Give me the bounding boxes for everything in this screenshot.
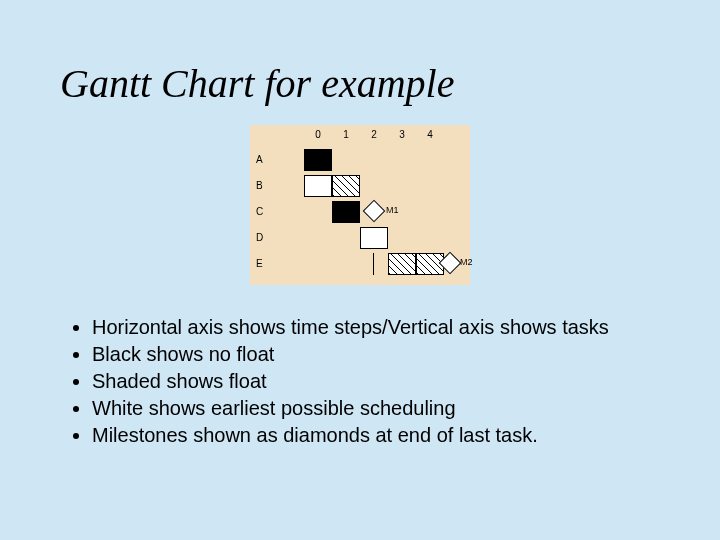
milestone-label: M1 — [386, 205, 399, 215]
bullet-item: Shaded shows float — [92, 369, 660, 394]
bullet-item: Black shows no float — [92, 342, 660, 367]
time-tick: 3 — [388, 129, 416, 140]
task-label: C — [256, 201, 263, 227]
bullet-item: Milestones shown as diamonds at end of l… — [92, 423, 660, 448]
cell-empty — [304, 201, 332, 223]
task-label: E — [256, 253, 263, 279]
time-tick: 4 — [416, 129, 444, 140]
time-tick: 2 — [360, 129, 388, 140]
bar-black — [304, 149, 332, 171]
bar-white — [304, 175, 332, 197]
cell-empty — [304, 253, 332, 275]
cell-gap — [360, 253, 388, 275]
gap-line-icon — [373, 253, 375, 275]
row-b — [304, 173, 444, 199]
task-label: D — [256, 227, 263, 253]
bar-white — [360, 227, 388, 249]
slide: Gantt Chart for example 0 1 2 3 4 A B C … — [0, 0, 720, 540]
row-a — [304, 147, 444, 173]
task-axis: A B C D E — [256, 149, 263, 279]
bar-hatch — [388, 253, 416, 275]
bullet-list: Horizontal axis shows time steps/Vertica… — [70, 315, 660, 448]
row-e: M2 — [304, 251, 444, 277]
bullet-item: Horizontal axis shows time steps/Vertica… — [92, 315, 660, 340]
milestone-label: M2 — [460, 257, 473, 267]
cell-empty — [332, 253, 360, 275]
bar-black — [332, 201, 360, 223]
gantt-chart: 0 1 2 3 4 A B C D E M1 — [250, 125, 470, 285]
task-label: B — [256, 175, 263, 201]
slide-title: Gantt Chart for example — [60, 60, 660, 107]
cell-empty — [304, 227, 332, 249]
time-tick: 1 — [332, 129, 360, 140]
row-d — [304, 225, 444, 251]
cell-empty — [332, 227, 360, 249]
time-tick: 0 — [304, 129, 332, 140]
gantt-grid: M1 M2 — [304, 147, 444, 277]
row-c: M1 — [304, 199, 444, 225]
task-label: A — [256, 149, 263, 175]
milestone-diamond-icon — [363, 200, 386, 223]
bar-hatch — [332, 175, 360, 197]
time-axis: 0 1 2 3 4 — [304, 129, 444, 140]
bullet-item: White shows earliest possible scheduling — [92, 396, 660, 421]
